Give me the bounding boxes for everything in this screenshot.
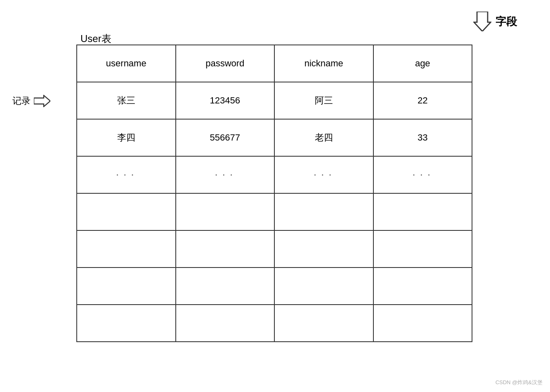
cell-r0-c3: 22 (373, 82, 472, 119)
table-row (77, 268, 472, 305)
cell-r2-c2: • • • (274, 156, 373, 193)
cell-r3-c3 (373, 193, 472, 230)
cell-r5-c3 (373, 268, 472, 305)
cell-r5-c1 (176, 268, 275, 305)
record-label: 记录 (12, 95, 31, 107)
cell-r0-c0: 张三 (77, 82, 176, 119)
table-title: User表 (80, 32, 111, 45)
cell-r4-c1 (176, 230, 275, 268)
cell-r5-c0 (77, 268, 176, 305)
table-row (77, 193, 472, 230)
table-row (77, 305, 472, 342)
col-age: age (373, 45, 472, 82)
watermark: CSDN @炸鸡&汉堡 (496, 379, 543, 386)
field-annotation: 字段 (473, 12, 517, 31)
col-nickname: nickname (274, 45, 373, 82)
cell-r4-c3 (373, 230, 472, 268)
col-username: username (77, 45, 176, 82)
cell-r6-c2 (274, 305, 373, 342)
table-row: 李四556677老四33 (77, 119, 472, 156)
table-header-row: username password nickname age (77, 45, 472, 82)
svg-marker-0 (474, 12, 491, 31)
cell-r6-c1 (176, 305, 275, 342)
svg-marker-1 (34, 95, 50, 106)
cell-r2-c3: • • • (373, 156, 472, 193)
cell-r0-c1: 123456 (176, 82, 275, 119)
user-table: username password nickname age 张三123456阿… (76, 45, 472, 342)
cell-r3-c1 (176, 193, 275, 230)
col-password: password (176, 45, 275, 82)
cell-r0-c2: 阿三 (274, 82, 373, 119)
main-table-wrapper: username password nickname age 张三123456阿… (76, 45, 472, 342)
cell-r2-c1: • • • (176, 156, 275, 193)
cell-r6-c3 (373, 305, 472, 342)
cell-r1-c1: 556677 (176, 119, 275, 156)
right-arrow-icon (34, 95, 50, 107)
record-annotation: 记录 (12, 95, 50, 107)
cell-r3-c2 (274, 193, 373, 230)
table-row: • • •• • •• • •• • • (77, 156, 472, 193)
cell-r4-c2 (274, 230, 373, 268)
cell-r6-c0 (77, 305, 176, 342)
cell-r1-c3: 33 (373, 119, 472, 156)
cell-r1-c0: 李四 (77, 119, 176, 156)
cell-r5-c2 (274, 268, 373, 305)
cell-r4-c0 (77, 230, 176, 268)
page-container: 字段 User表 记录 username password nickname a… (0, 0, 550, 392)
cell-r1-c2: 老四 (274, 119, 373, 156)
down-arrow-icon (473, 12, 491, 31)
table-row: 张三123456阿三22 (77, 82, 472, 119)
cell-r2-c0: • • • (77, 156, 176, 193)
table-row (77, 230, 472, 268)
cell-r3-c0 (77, 193, 176, 230)
field-label: 字段 (496, 14, 517, 29)
